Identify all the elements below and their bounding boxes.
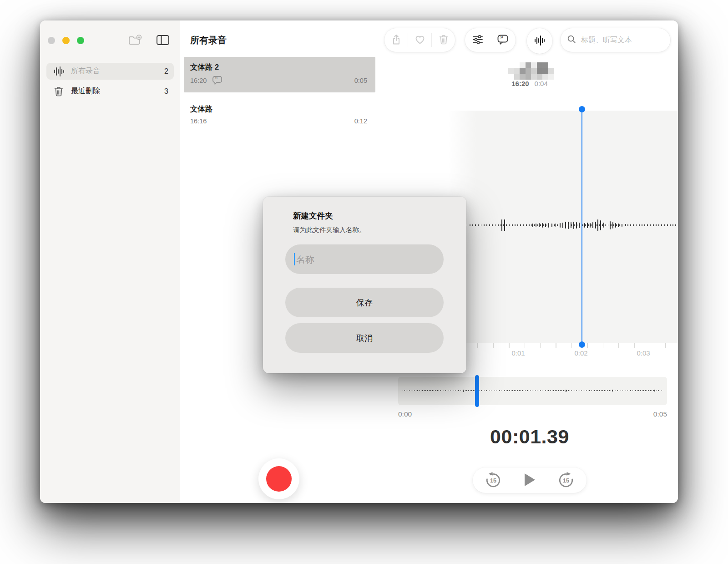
svg-text:”: ” bbox=[500, 35, 504, 42]
dialog-message: 请为此文件夹输入名称。 bbox=[293, 226, 366, 234]
transcript-bubble-icon: ” bbox=[212, 76, 222, 85]
svg-text:15: 15 bbox=[490, 477, 496, 483]
recording-time: 16:20 bbox=[190, 77, 207, 84]
recording-title: 文体路 2 bbox=[190, 62, 367, 72]
trash-icon bbox=[439, 34, 449, 46]
text-caret bbox=[294, 253, 295, 265]
sidebar-item-recently-deleted[interactable]: 最近删除 3 bbox=[46, 83, 174, 100]
new-folder-button[interactable] bbox=[127, 34, 142, 47]
ruler-label: 0:03 bbox=[630, 349, 657, 357]
skip-forward-15-button[interactable]: 15 bbox=[557, 471, 575, 490]
recording-time: 16:16 bbox=[190, 117, 207, 125]
recording-title: 文体路 bbox=[190, 104, 367, 114]
minimize-button[interactable] bbox=[62, 37, 70, 44]
new-folder-dialog: 新建文件夹 请为此文件夹输入名称。 保存 取消 bbox=[263, 197, 466, 373]
recording-row-selected[interactable]: 文体路 2 16:20 ” 0:05 bbox=[184, 57, 375, 92]
redacted-recording-title bbox=[508, 62, 554, 80]
overview-playhead[interactable] bbox=[475, 375, 479, 407]
share-button[interactable] bbox=[384, 33, 408, 47]
recording-row[interactable]: 文体路 16:16 0:12 bbox=[180, 99, 381, 134]
transport-controls: 15 15 bbox=[473, 467, 586, 493]
play-icon bbox=[523, 473, 536, 488]
trash-icon bbox=[53, 86, 65, 97]
share-icon bbox=[391, 34, 401, 46]
waveform-icon bbox=[534, 35, 546, 48]
svg-text:”: ” bbox=[215, 76, 218, 82]
recording-duration: 0:05 bbox=[354, 77, 367, 84]
playhead-top-handle[interactable] bbox=[579, 106, 585, 112]
elapsed-time: 00:01.39 bbox=[381, 426, 678, 448]
scrubber-start-label: 0:00 bbox=[398, 410, 412, 418]
sidebar: 所有录音 2 最近删除 3 bbox=[40, 20, 181, 503]
sidebar-toggle-icon bbox=[156, 41, 170, 47]
search-input[interactable] bbox=[580, 36, 659, 45]
sidebar-item-label: 所有录音 bbox=[71, 66, 164, 76]
detail-time: 16:20 bbox=[511, 80, 529, 87]
folder-name-input[interactable] bbox=[295, 244, 434, 275]
ruler-label: 0:02 bbox=[567, 349, 595, 357]
waveform-canvas[interactable] bbox=[448, 111, 678, 343]
heart-icon bbox=[415, 35, 425, 46]
sidebar-item-count: 3 bbox=[164, 87, 168, 96]
folder-plus-icon bbox=[127, 41, 142, 48]
quote-bubble-icon: ” bbox=[497, 34, 509, 46]
toggle-sidebar-button[interactable] bbox=[156, 34, 170, 46]
sidebar-item-label: 最近删除 bbox=[71, 86, 164, 96]
skip-back-15-button[interactable]: 15 bbox=[485, 471, 502, 490]
close-button[interactable] bbox=[48, 37, 55, 44]
playhead-bottom-handle[interactable] bbox=[579, 341, 585, 348]
recordings-list: 文体路 2 16:20 ” 0:05 bbox=[180, 57, 381, 134]
overview-scrubber[interactable] bbox=[398, 377, 667, 405]
skip-back-15-icon: 15 bbox=[485, 471, 502, 490]
toolbar-group-tools: ” bbox=[465, 28, 516, 52]
timeline-ruler bbox=[448, 343, 678, 349]
sliders-icon bbox=[472, 34, 484, 46]
folder-name-field[interactable] bbox=[285, 244, 444, 274]
search-field[interactable] bbox=[561, 28, 670, 52]
waveform-icon bbox=[53, 66, 65, 77]
playhead[interactable] bbox=[581, 109, 582, 345]
overview-waveform bbox=[403, 390, 662, 391]
playback-settings-button[interactable] bbox=[465, 33, 490, 47]
recording-duration: 0:12 bbox=[354, 117, 367, 125]
page-title: 所有录音 bbox=[190, 34, 227, 46]
play-button[interactable] bbox=[523, 473, 536, 488]
detail-duration: 0:04 bbox=[535, 80, 548, 87]
skip-forward-15-icon: 15 bbox=[557, 471, 575, 490]
dialog-title: 新建文件夹 bbox=[293, 210, 333, 221]
zoom-button[interactable] bbox=[77, 37, 84, 44]
waveform-view-button[interactable] bbox=[527, 28, 552, 54]
svg-text:15: 15 bbox=[563, 477, 569, 483]
detail-times: 16:200:04 bbox=[381, 80, 678, 87]
record-button[interactable] bbox=[266, 466, 292, 492]
scrubber-end-label: 0:05 bbox=[622, 410, 667, 418]
sidebar-list: 所有录音 2 最近删除 3 bbox=[46, 63, 174, 103]
window-controls bbox=[48, 37, 84, 44]
screen: 所有录音 2 最近删除 3 所有录音 bbox=[0, 0, 728, 564]
favorite-button[interactable] bbox=[408, 33, 431, 47]
sidebar-item-count: 2 bbox=[164, 67, 168, 76]
transcript-button[interactable]: ” bbox=[490, 33, 516, 47]
sidebar-item-all-recordings[interactable]: 所有录音 2 bbox=[46, 63, 174, 80]
ruler-label: 0:01 bbox=[505, 349, 532, 357]
toolbar-group-actions bbox=[384, 28, 455, 52]
cancel-button[interactable]: 取消 bbox=[285, 323, 444, 353]
search-icon bbox=[567, 35, 576, 46]
delete-button[interactable] bbox=[431, 33, 455, 47]
save-button[interactable]: 保存 bbox=[285, 288, 444, 317]
